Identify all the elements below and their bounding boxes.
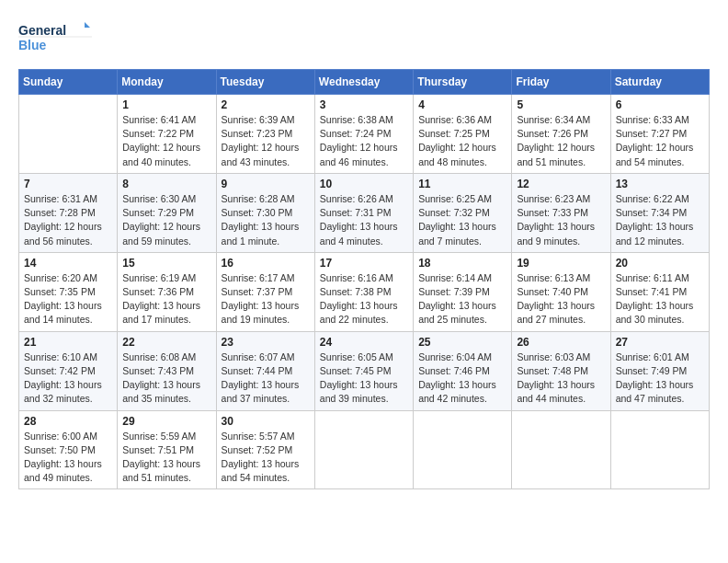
day-info: Sunrise: 6:30 AMSunset: 7:29 PMDaylight:…: [122, 192, 210, 248]
day-info: Sunrise: 6:31 AMSunset: 7:28 PMDaylight:…: [24, 192, 112, 248]
day-number: 16: [222, 257, 310, 270]
calendar-table: SundayMondayTuesdayWednesdayThursdayFrid…: [18, 69, 710, 489]
header-day-saturday: Saturday: [610, 70, 709, 95]
header-day-sunday: Sunday: [19, 70, 118, 95]
calendar-cell: 20Sunrise: 6:11 AMSunset: 7:41 PMDayligh…: [610, 252, 709, 331]
day-info: Sunrise: 6:11 AMSunset: 7:41 PMDaylight:…: [616, 271, 704, 327]
day-info: Sunrise: 6:20 AMSunset: 7:35 PMDaylight:…: [24, 271, 112, 327]
day-number: 15: [122, 257, 210, 270]
svg-marker-1: [85, 22, 90, 28]
calendar-cell: 24Sunrise: 6:05 AMSunset: 7:45 PMDayligh…: [314, 331, 413, 410]
day-info: Sunrise: 6:05 AMSunset: 7:45 PMDaylight:…: [320, 350, 408, 407]
day-info: Sunrise: 6:28 AMSunset: 7:30 PMDaylight:…: [222, 192, 310, 248]
day-number: 1: [122, 98, 210, 111]
header-day-wednesday: Wednesday: [314, 70, 413, 95]
page-header: General Blue: [18, 18, 710, 60]
calendar-cell: 15Sunrise: 6:19 AMSunset: 7:36 PMDayligh…: [118, 252, 216, 331]
week-row-2: 7Sunrise: 6:31 AMSunset: 7:28 PMDaylight…: [19, 173, 710, 252]
logo-svg: General Blue: [18, 18, 92, 60]
calendar-cell: 17Sunrise: 6:16 AMSunset: 7:38 PMDayligh…: [314, 252, 413, 331]
calendar-cell: 27Sunrise: 6:01 AMSunset: 7:49 PMDayligh…: [610, 331, 709, 410]
day-info: Sunrise: 6:17 AMSunset: 7:37 PMDaylight:…: [222, 271, 310, 327]
calendar-cell: [512, 410, 610, 489]
header-day-thursday: Thursday: [414, 70, 512, 95]
header-day-monday: Monday: [118, 70, 216, 95]
day-number: 9: [222, 178, 310, 190]
day-info: Sunrise: 6:33 AMSunset: 7:27 PMDaylight:…: [616, 113, 704, 169]
day-number: 5: [517, 98, 605, 111]
day-number: 13: [616, 178, 704, 190]
week-row-1: 1Sunrise: 6:41 AMSunset: 7:22 PMDaylight…: [19, 95, 710, 174]
week-row-4: 21Sunrise: 6:10 AMSunset: 7:42 PMDayligh…: [19, 331, 710, 410]
header-day-friday: Friday: [512, 70, 610, 95]
day-info: Sunrise: 6:07 AMSunset: 7:44 PMDaylight:…: [222, 350, 310, 407]
calendar-header-row: SundayMondayTuesdayWednesdayThursdayFrid…: [19, 70, 710, 95]
day-number: 30: [222, 415, 310, 428]
calendar-cell: [19, 95, 118, 174]
day-info: Sunrise: 6:23 AMSunset: 7:33 PMDaylight:…: [517, 192, 605, 248]
day-info: Sunrise: 6:25 AMSunset: 7:32 PMDaylight:…: [418, 192, 506, 248]
day-info: Sunrise: 6:26 AMSunset: 7:31 PMDaylight:…: [320, 192, 408, 248]
svg-text:General: General: [18, 23, 66, 38]
calendar-cell: 10Sunrise: 6:26 AMSunset: 7:31 PMDayligh…: [314, 173, 413, 252]
day-number: 17: [320, 257, 408, 270]
day-number: 3: [320, 98, 408, 111]
calendar-cell: 9Sunrise: 6:28 AMSunset: 7:30 PMDaylight…: [216, 173, 314, 252]
calendar-cell: [414, 410, 512, 489]
calendar-cell: 3Sunrise: 6:38 AMSunset: 7:24 PMDaylight…: [314, 95, 413, 174]
day-number: 10: [320, 178, 408, 190]
day-info: Sunrise: 6:19 AMSunset: 7:36 PMDaylight:…: [122, 271, 210, 327]
calendar-cell: 19Sunrise: 6:13 AMSunset: 7:40 PMDayligh…: [512, 252, 610, 331]
calendar-cell: 5Sunrise: 6:34 AMSunset: 7:26 PMDaylight…: [512, 95, 610, 174]
day-info: Sunrise: 6:34 AMSunset: 7:26 PMDaylight:…: [517, 113, 605, 169]
day-info: Sunrise: 6:13 AMSunset: 7:40 PMDaylight:…: [517, 271, 605, 327]
day-number: 28: [24, 415, 112, 428]
day-number: 7: [24, 178, 112, 190]
logo: General Blue: [18, 18, 92, 60]
day-info: Sunrise: 6:04 AMSunset: 7:46 PMDaylight:…: [418, 350, 506, 407]
day-number: 20: [616, 257, 704, 270]
calendar-cell: 18Sunrise: 6:14 AMSunset: 7:39 PMDayligh…: [414, 252, 512, 331]
day-number: 29: [122, 415, 210, 428]
calendar-cell: 2Sunrise: 6:39 AMSunset: 7:23 PMDaylight…: [216, 95, 314, 174]
header-day-tuesday: Tuesday: [216, 70, 314, 95]
calendar-cell: [610, 410, 709, 489]
day-number: 22: [122, 336, 210, 349]
day-number: 12: [517, 178, 605, 190]
day-number: 11: [418, 178, 506, 190]
day-number: 6: [616, 98, 704, 111]
day-info: Sunrise: 6:41 AMSunset: 7:22 PMDaylight:…: [122, 113, 210, 169]
calendar-cell: 30Sunrise: 5:57 AMSunset: 7:52 PMDayligh…: [216, 410, 314, 489]
day-number: 14: [24, 257, 112, 270]
calendar-cell: 1Sunrise: 6:41 AMSunset: 7:22 PMDaylight…: [118, 95, 216, 174]
calendar-cell: 25Sunrise: 6:04 AMSunset: 7:46 PMDayligh…: [414, 331, 512, 410]
day-info: Sunrise: 5:57 AMSunset: 7:52 PMDaylight:…: [222, 430, 310, 486]
day-number: 23: [222, 336, 310, 349]
day-info: Sunrise: 5:59 AMSunset: 7:51 PMDaylight:…: [122, 430, 210, 486]
day-info: Sunrise: 6:39 AMSunset: 7:23 PMDaylight:…: [222, 113, 310, 169]
day-info: Sunrise: 6:00 AMSunset: 7:50 PMDaylight:…: [24, 430, 112, 486]
calendar-cell: 6Sunrise: 6:33 AMSunset: 7:27 PMDaylight…: [610, 95, 709, 174]
day-number: 4: [418, 98, 506, 111]
day-info: Sunrise: 6:03 AMSunset: 7:48 PMDaylight:…: [517, 350, 605, 407]
calendar-cell: 21Sunrise: 6:10 AMSunset: 7:42 PMDayligh…: [19, 331, 118, 410]
svg-text:Blue: Blue: [18, 38, 47, 52]
day-number: 8: [122, 178, 210, 190]
day-number: 24: [320, 336, 408, 349]
calendar-cell: 11Sunrise: 6:25 AMSunset: 7:32 PMDayligh…: [414, 173, 512, 252]
calendar-cell: 16Sunrise: 6:17 AMSunset: 7:37 PMDayligh…: [216, 252, 314, 331]
calendar-cell: 4Sunrise: 6:36 AMSunset: 7:25 PMDaylight…: [414, 95, 512, 174]
day-info: Sunrise: 6:38 AMSunset: 7:24 PMDaylight:…: [320, 113, 408, 169]
day-info: Sunrise: 6:01 AMSunset: 7:49 PMDaylight:…: [616, 350, 704, 407]
calendar-cell: 12Sunrise: 6:23 AMSunset: 7:33 PMDayligh…: [512, 173, 610, 252]
day-number: 25: [418, 336, 506, 349]
day-number: 26: [517, 336, 605, 349]
calendar-cell: 7Sunrise: 6:31 AMSunset: 7:28 PMDaylight…: [19, 173, 118, 252]
calendar-cell: 8Sunrise: 6:30 AMSunset: 7:29 PMDaylight…: [118, 173, 216, 252]
calendar-cell: 13Sunrise: 6:22 AMSunset: 7:34 PMDayligh…: [610, 173, 709, 252]
day-info: Sunrise: 6:22 AMSunset: 7:34 PMDaylight:…: [616, 192, 704, 248]
calendar-cell: 26Sunrise: 6:03 AMSunset: 7:48 PMDayligh…: [512, 331, 610, 410]
calendar-cell: 22Sunrise: 6:08 AMSunset: 7:43 PMDayligh…: [118, 331, 216, 410]
calendar-cell: 28Sunrise: 6:00 AMSunset: 7:50 PMDayligh…: [19, 410, 118, 489]
day-number: 19: [517, 257, 605, 270]
